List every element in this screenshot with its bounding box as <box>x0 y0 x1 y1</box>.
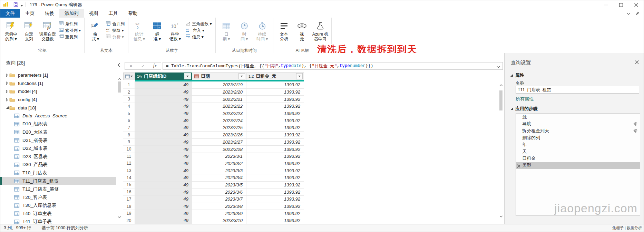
cell[interactable]: 1393.92 <box>246 203 304 210</box>
sidebar-item-T41_订单子表[interactable]: T41_订单子表 <box>0 218 116 224</box>
scroll-down-icon[interactable] <box>499 213 503 219</box>
column-filter-button[interactable] <box>238 73 245 79</box>
formula-input[interactable]: = Table.TransformColumnTypes(日租金, {{"日期"… <box>163 62 503 70</box>
ribbon-button-提取[interactable]: ABC123提取 ▾ <box>105 27 126 34</box>
sidebar-item-D21_省份表[interactable]: D21_省份表 <box>0 136 116 145</box>
sidebar-item-D22_城市表[interactable]: D22_城市表 <box>0 144 116 153</box>
cell[interactable]: 49 <box>135 160 192 167</box>
cell[interactable]: 1393.92 <box>246 167 304 174</box>
applied-step-导航[interactable]: 导航 <box>516 120 640 127</box>
row-number[interactable]: 6 <box>123 117 135 124</box>
cell[interactable]: 49 <box>135 139 192 146</box>
collapsed-triangle-icon[interactable] <box>5 74 9 77</box>
cell[interactable]: 1393.92 <box>246 132 304 139</box>
maximize-button[interactable] <box>613 0 628 9</box>
ribbon-button-持续时间[interactable]: 持续 时间 ▾ <box>254 19 271 41</box>
cell[interactable]: 2023/3/2 <box>192 160 246 167</box>
scroll-down-icon[interactable] <box>118 214 121 220</box>
pin-ribbon-icon[interactable] <box>636 11 640 16</box>
ribbon-button-重复列[interactable]: 重复列 <box>58 34 82 40</box>
row-number[interactable]: 10 <box>123 146 135 153</box>
query-name-input[interactable] <box>516 86 639 94</box>
ribbon-button-时间[interactable]: 时 间 ▾ <box>236 19 253 41</box>
cell[interactable]: 49 <box>135 103 192 110</box>
scrollbar-thumb[interactable] <box>499 90 502 110</box>
row-number[interactable]: 3 <box>123 96 135 103</box>
cell[interactable]: 49 <box>135 174 192 182</box>
ribbon-button-视觉[interactable]: 视 觉 <box>293 19 311 41</box>
cell[interactable]: 1393.92 <box>246 124 304 132</box>
cell[interactable]: 1393.92 <box>246 89 304 96</box>
ribbon-button-Azure机器学习[interactable]: Azure 机 器学习 <box>311 19 330 41</box>
tab-文件[interactable]: 文件 <box>0 9 20 18</box>
close-button[interactable] <box>628 0 644 9</box>
collapsed-triangle-icon[interactable] <box>5 98 9 102</box>
cell[interactable]: 2023/2/20 <box>192 89 246 96</box>
row-number[interactable]: 2 <box>123 89 135 96</box>
cell[interactable]: 2023/2/24 <box>192 117 246 124</box>
sidebar-item-T40_订单主表[interactable]: T40_订单主表 <box>0 210 116 218</box>
sidebar-item-T12_门店表_装修[interactable]: T12_门店表_装修 <box>0 185 116 193</box>
ribbon-button-示例中的列[interactable]: 示例中 的列 ▾ <box>2 19 20 41</box>
tab-主页[interactable]: 主页 <box>20 9 40 18</box>
cell[interactable]: 49 <box>135 146 192 153</box>
cell[interactable]: 1393.92 <box>246 160 304 167</box>
tab-帮助[interactable]: 帮助 <box>123 9 143 18</box>
cell[interactable]: 1393.92 <box>246 146 304 153</box>
ribbon-button-分析[interactable]: 分析 ▾ <box>105 34 126 40</box>
cell[interactable]: 49 <box>135 81 192 89</box>
cell[interactable]: 2023/3/6 <box>192 188 246 196</box>
row-number[interactable]: 11 <box>123 153 135 160</box>
tab-转换[interactable]: 转换 <box>40 9 59 18</box>
ribbon-button-信息[interactable]: 1+信息 ▾ <box>184 34 213 40</box>
row-number[interactable]: 17 <box>123 196 135 203</box>
collapse-queries-pane-button[interactable] <box>117 62 120 68</box>
column-header-store-org-id[interactable]: 1²₃ 门店组织ID <box>135 72 192 80</box>
scroll-up-icon[interactable] <box>499 81 503 88</box>
row-number[interactable]: 18 <box>123 203 135 210</box>
cell[interactable]: 1393.92 <box>246 174 304 182</box>
applied-step-删除的列[interactable]: 删除的列 <box>516 134 640 141</box>
ribbon-button-科学记数[interactable]: 102科学 记数 ▾ <box>166 19 184 41</box>
cell[interactable]: 2023/3/5 <box>192 182 246 189</box>
cell[interactable]: 49 <box>135 196 192 203</box>
cell[interactable]: 49 <box>135 153 192 160</box>
sidebar-item-T11_门店表_租赁[interactable]: T11_门店表_租赁 <box>0 177 116 185</box>
row-number[interactable]: 9 <box>123 139 135 146</box>
cell[interactable]: 2023/2/21 <box>192 96 246 103</box>
cell[interactable]: 49 <box>135 96 192 103</box>
applied-steps-section-header[interactable]: 应用的步骤 <box>510 106 538 112</box>
cell[interactable]: 49 <box>135 110 192 117</box>
row-number[interactable]: 8 <box>123 132 135 139</box>
cell[interactable]: 2023/3/3 <box>192 167 246 174</box>
ribbon-button-格式[interactable]: ABC格 式 ▾ <box>87 19 104 41</box>
ribbon-button-统计信息[interactable]: XσΣ统计 信息 ▾ <box>130 19 148 41</box>
ribbon-button-调用自定义函数[interactable]: fx调用自定 义函数 <box>38 19 57 41</box>
applied-step-类型[interactable]: 类型 <box>516 162 640 169</box>
cell[interactable]: 1393.92 <box>246 81 304 89</box>
applied-step-源[interactable]: 源 <box>516 114 640 120</box>
sidebar-item-parameters [1][interactable]: parameters [1] <box>0 71 116 79</box>
sidebar-item-D10_组织表[interactable]: D10_组织表 <box>0 120 116 128</box>
sidebar-item-data [18][interactable]: data [18] <box>0 104 116 112</box>
cell[interactable]: 2023/3/9 <box>192 210 246 217</box>
cell[interactable]: 2023/2/23 <box>192 110 246 117</box>
ribbon-button-日期[interactable]: 日 期 ▾ <box>218 19 235 41</box>
cell[interactable]: 2023/3/7 <box>192 196 246 203</box>
column-header-date[interactable]: 日期 <box>192 72 246 80</box>
minimize-button[interactable] <box>598 0 613 9</box>
ribbon-button-舍入[interactable]: .00舍入 ▾ <box>184 27 213 34</box>
ribbon-button-文本分析[interactable]: 文本 分析 <box>275 19 293 41</box>
sidebar-item-Data_Access_Source[interactable]: Data_Access_Source <box>0 112 116 120</box>
cell[interactable]: 49 <box>135 124 192 132</box>
scroll-up-icon[interactable] <box>118 75 121 81</box>
ribbon-button-自定义列[interactable]: 自定 义列 <box>20 19 38 41</box>
collapsed-triangle-icon[interactable] <box>5 90 9 93</box>
cell[interactable]: 2023/2/27 <box>192 139 246 146</box>
sidebar-item-T30_入库信息表[interactable]: T30_入库信息表 <box>0 202 116 210</box>
properties-section-header[interactable]: 属性 <box>510 72 524 78</box>
cell[interactable]: 1393.92 <box>246 182 304 189</box>
cell[interactable]: 2023/2/25 <box>192 124 246 132</box>
scrollbar-thumb[interactable] <box>118 81 121 93</box>
cell[interactable]: 2023/3/10 <box>192 217 246 224</box>
